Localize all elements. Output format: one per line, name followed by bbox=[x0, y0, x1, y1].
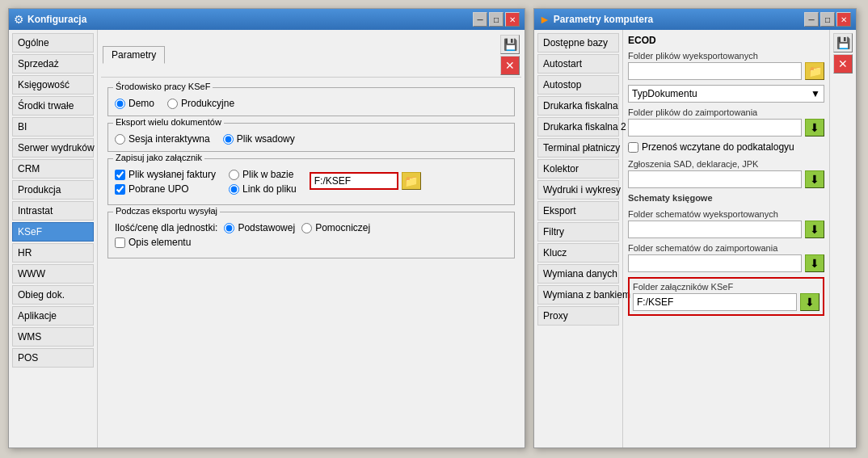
sidebar-item-wymiana-danych[interactable]: Wymiana danych bbox=[537, 264, 619, 284]
sidebar-item-wydruki[interactable]: Wydruki i wykresy bbox=[537, 180, 619, 200]
folder-schematy-import-input[interactable] bbox=[628, 254, 802, 272]
plik-w-bazie-label: Plik w bazie bbox=[242, 169, 293, 180]
podstawowej-radio[interactable] bbox=[224, 223, 234, 233]
konfiguracja-toolbar: Parametry 💾 ✕ bbox=[101, 33, 521, 78]
folder-eksport-input[interactable] bbox=[628, 62, 802, 80]
podstawowej-radio-item[interactable]: Podstawowej bbox=[224, 222, 295, 233]
sidebar-item-srodki[interactable]: Środki trwałe bbox=[12, 96, 94, 116]
tab-parametry[interactable]: Parametry bbox=[103, 46, 165, 64]
minimize-button[interactable]: ─ bbox=[473, 12, 487, 27]
sidebar-item-drukarka2[interactable]: Drukarka fiskalna 2 bbox=[537, 117, 619, 137]
opis-label: Opis elementu bbox=[129, 237, 191, 248]
eksport-label: Eksport wielu dokumentów bbox=[113, 117, 224, 127]
pobrane-upo-checkbox-item[interactable]: Pobrane UPO bbox=[115, 183, 216, 195]
plik-radio-item[interactable]: Plik wsadowy bbox=[223, 133, 295, 145]
sidebar-item-kolektor[interactable]: Kolektor bbox=[537, 159, 619, 179]
sidebar-item-pos[interactable]: POS bbox=[12, 348, 94, 368]
sidebar-item-sprzedaz[interactable]: Sprzedaż bbox=[12, 54, 94, 74]
typ-dokumentu-dropdown[interactable]: TypDokumentu ▼ bbox=[628, 85, 824, 103]
sidebar-item-produkcja[interactable]: Produkcja bbox=[12, 180, 94, 200]
link-do-pliku-radio[interactable] bbox=[229, 184, 239, 195]
zgloszenia-input[interactable] bbox=[628, 170, 802, 188]
folder-schematy-eksport-input[interactable] bbox=[628, 221, 802, 238]
plik-w-bazie-radio-item[interactable]: Plik w bazie bbox=[229, 169, 297, 180]
pomocniczej-radio[interactable] bbox=[301, 223, 312, 233]
folder-import-button[interactable]: ⬇ bbox=[805, 119, 824, 137]
konfiguracja-icon: ⚙ bbox=[14, 13, 24, 26]
sidebar-item-ksiegowosc[interactable]: Księgowość bbox=[12, 75, 94, 95]
link-do-pliku-label: Link do pliku bbox=[242, 183, 297, 195]
maximize-button[interactable]: □ bbox=[489, 12, 504, 27]
demo-radio[interactable] bbox=[115, 99, 125, 109]
sidebar-item-aplikacje[interactable]: Aplikacje bbox=[12, 306, 94, 326]
produkcyjne-radio-item[interactable]: Produkcyjne bbox=[167, 98, 234, 109]
parametry-sidebar: Dostępne bazy Autostart Autostop Drukark… bbox=[534, 30, 623, 447]
przenosic-checkbox[interactable] bbox=[628, 142, 638, 153]
opis-checkbox[interactable] bbox=[115, 237, 125, 248]
plik-radio[interactable] bbox=[223, 134, 234, 145]
close-red-button[interactable]: ✕ bbox=[500, 56, 520, 75]
zgloszenia-icon: ⬇ bbox=[810, 173, 820, 186]
sidebar-item-www[interactable]: WWW bbox=[12, 264, 94, 284]
sidebar-item-dostepne-bazy[interactable]: Dostępne bazy bbox=[537, 33, 619, 53]
produkcyjne-radio[interactable] bbox=[167, 99, 178, 109]
folder-ksef-input[interactable] bbox=[633, 293, 797, 311]
przenosic-checkbox-item[interactable]: Przenoś wczytane do podkatalogyu bbox=[628, 141, 824, 153]
link-do-pliku-radio-item[interactable]: Link do pliku bbox=[229, 183, 297, 195]
srodowisko-section: Środowisko pracy KSeF Demo Produkcyjne bbox=[107, 87, 515, 116]
sidebar-item-filtry[interactable]: Filtry bbox=[537, 222, 619, 242]
pomocniczej-radio-item[interactable]: Pomocniczej bbox=[301, 222, 370, 233]
sidebar-item-wymiana-bankiem[interactable]: Wymiana z bankiem bbox=[537, 285, 619, 305]
sidebar-item-proxy[interactable]: Proxy bbox=[537, 306, 619, 326]
sidebar-item-autostart[interactable]: Autostart bbox=[537, 54, 619, 74]
parametry-title-bar: ► Parametry komputera ─ □ ✕ bbox=[534, 9, 856, 30]
folder-import-icon: ⬇ bbox=[810, 121, 820, 134]
folder-ksef-button[interactable]: ⬇ bbox=[800, 293, 820, 311]
plik-w-bazie-radio[interactable] bbox=[229, 170, 239, 180]
sidebar-item-crm[interactable]: CRM bbox=[12, 159, 94, 179]
pobrane-upo-checkbox[interactable] bbox=[115, 184, 125, 195]
sidebar-item-bi[interactable]: BI bbox=[12, 117, 94, 137]
folder-schematy-eksport-icon: ⬇ bbox=[810, 223, 820, 236]
right-close-button[interactable]: ✕ bbox=[836, 12, 851, 27]
zgloszenia-button[interactable]: ⬇ bbox=[805, 170, 824, 188]
plik-wyslanej-checkbox[interactable] bbox=[115, 170, 125, 180]
right-minimize-button[interactable]: ─ bbox=[804, 12, 819, 27]
sidebar-item-klucz[interactable]: Klucz bbox=[537, 243, 619, 263]
folder-eksport-button[interactable]: 📁 bbox=[805, 62, 824, 80]
sidebar-item-autostop[interactable]: Autostop bbox=[537, 75, 619, 95]
folder-schematy-eksport-button[interactable]: ⬇ bbox=[805, 221, 824, 238]
plik-wyslanej-checkbox-item[interactable]: Plik wysłanej faktury bbox=[115, 169, 216, 180]
right-save-button[interactable]: 💾 bbox=[833, 33, 853, 53]
sidebar-item-eksport[interactable]: Eksport bbox=[537, 201, 619, 221]
folder-import-input[interactable] bbox=[628, 119, 802, 137]
parametry-window: ► Parametry komputera ─ □ ✕ Dostępne baz… bbox=[533, 8, 857, 448]
close-button[interactable]: ✕ bbox=[505, 12, 520, 27]
parametry-title: Parametry komputera bbox=[554, 14, 653, 25]
sidebar-item-wms[interactable]: WMS bbox=[12, 327, 94, 347]
sidebar-item-serwer[interactable]: Serwer wydruków bbox=[12, 138, 94, 158]
sidebar-item-obieg[interactable]: Obieg dok. bbox=[12, 285, 94, 305]
save-button[interactable]: 💾 bbox=[500, 35, 520, 54]
right-maximize-button[interactable]: □ bbox=[820, 12, 835, 27]
sidebar-item-ogolne[interactable]: Ogólne bbox=[12, 33, 94, 53]
sesja-radio[interactable] bbox=[115, 134, 125, 145]
ksef-folder-button[interactable]: 📁 bbox=[402, 172, 421, 190]
folder-ksef-row: ⬇ bbox=[633, 293, 820, 311]
sidebar-item-terminal[interactable]: Terminal płatniczy bbox=[537, 138, 619, 158]
demo-radio-item[interactable]: Demo bbox=[115, 98, 154, 109]
folder-ksef-section: Folder załączników KSeF ⬇ bbox=[628, 277, 824, 316]
folder-schematy-import-button[interactable]: ⬇ bbox=[805, 254, 824, 272]
sesja-radio-item[interactable]: Sesja interaktywna bbox=[115, 133, 210, 145]
sidebar-item-intrastat[interactable]: Intrastat bbox=[12, 201, 94, 221]
sidebar-item-hr[interactable]: HR bbox=[12, 243, 94, 263]
folder-eksport-label: Folder plików wyeksportowanych bbox=[628, 51, 824, 61]
right-close-red-button[interactable]: ✕ bbox=[833, 54, 853, 74]
ilosc-label: Ilość/cenę dla jednostki: bbox=[115, 222, 217, 233]
sidebar-item-ksef[interactable]: KSeF bbox=[12, 222, 94, 242]
sidebar-item-drukarka[interactable]: Drukarka fiskalna bbox=[537, 96, 619, 116]
opis-checkbox-item[interactable]: Opis elementu bbox=[115, 237, 508, 248]
ksef-path-input[interactable] bbox=[310, 172, 398, 190]
przenosic-label: Przenoś wczytane do podkatalogyu bbox=[642, 141, 794, 153]
folder-import-row: ⬇ bbox=[628, 119, 824, 137]
